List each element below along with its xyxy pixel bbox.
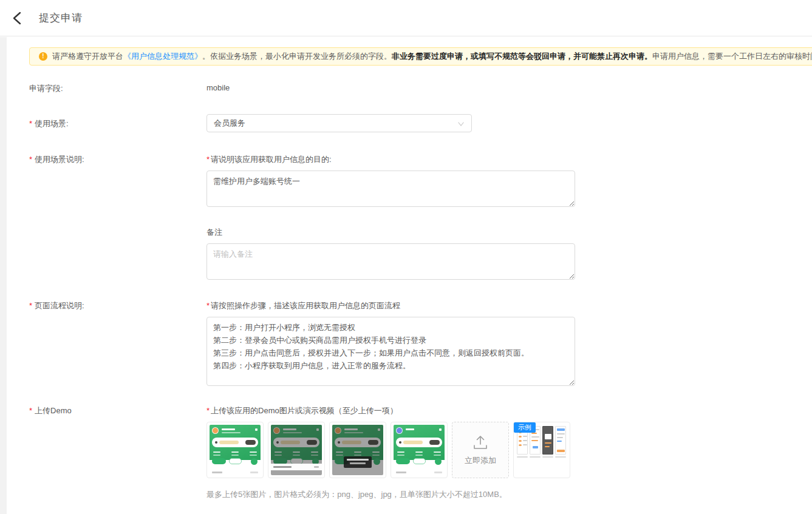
page-flow-textarea[interactable]: 第一步：用户打开小程序，浏览无需授权 第二步：登录会员中心或购买商品需用户授权手… [206,317,575,386]
page-header: 提交申请 [0,0,812,36]
mini-program-screenshot [271,425,322,475]
upload-demo-label: *上传Demo [29,405,206,500]
warning-alert: ! 请严格遵守开放平台 《用户信息处理规范》 。依据业务场景，最小化申请开发业务… [29,47,812,66]
upload-icon [471,434,490,451]
usage-scene-desc-row: *使用场景说明: *请说明该应用获取用户信息的目的: 需维护用户多端账号统一 备… [29,154,812,280]
page-flow-label-text: 页面流程说明: [35,301,84,310]
required-asterisk: * [29,155,32,164]
page-flow-row: *页面流程说明: *请按照操作步骤，描述该应用获取用户信息的页面流程 第一步：用… [29,300,812,386]
apply-field-value: mobile [206,83,230,94]
page-title: 提交申请 [39,11,83,25]
usage-scene-label: *使用场景: [29,114,206,132]
demo-upload-list: 立即添加 示例 [206,422,570,478]
notice-text-bold: 非业务需要过度申请，或填写不规范等会驳回申请，并可能禁止再次申请。 [392,51,652,62]
avatar [396,427,403,434]
required-asterisk: * [29,301,32,310]
chevron-left-icon [12,12,22,25]
notice-text-middle: 。依据业务场景，最小化申请开发业务所必须的字段。 [202,51,392,62]
mini-program-screenshot [210,425,261,475]
upload-hint: 最多上传5张图片，图片格式必须为：png、jpeg、jpg，且单张图片大小不超过… [206,489,570,500]
purpose-sub-label: *请说明该应用获取用户信息的目的: [206,154,575,165]
page-flow-sub-label: *请按照操作步骤，描述该应用获取用户信息的页面流程 [206,300,575,311]
required-asterisk: * [206,406,210,415]
notice-text-suffix: 申请用户信息，需要一个工作日左右的审核时间，请耐心等待。 [652,51,812,62]
remark-label: 备注 [206,227,575,238]
warning-icon: ! [39,52,47,61]
page-flow-label: *页面流程说明: [29,300,206,386]
apply-field-label: 申请字段: [29,83,206,94]
usage-scene-desc-label-text: 使用场景说明: [35,155,84,164]
demo-thumbnail-4[interactable] [391,422,448,478]
upload-demo-sub-label-text: 上传该应用的Demo图片或演示视频（至少上传一项） [211,406,398,415]
usage-scene-desc-label: *使用场景说明: [29,154,206,280]
demo-thumbnail-2[interactable] [268,422,325,478]
usage-scene-label-text: 使用场景: [35,119,69,128]
left-gutter [0,37,7,514]
upload-demo-label-text: 上传Demo [35,406,72,415]
toast-popup [344,456,372,468]
apply-field-row: 申请字段: mobile [29,83,812,94]
example-image-card[interactable]: 示例 [513,422,570,478]
avatar [212,427,219,434]
required-asterisk: * [29,119,32,128]
required-asterisk: * [29,406,32,415]
back-button[interactable] [10,11,24,25]
user-info-spec-link[interactable]: 《用户信息处理规范》 [123,51,202,62]
upload-demo-sub-label: *上传该应用的Demo图片或演示视频（至少上传一项） [206,405,570,416]
chevron-down-icon [457,120,465,127]
remark-textarea[interactable] [206,243,575,280]
usage-scene-selected-value: 会员服务 [214,118,245,127]
required-asterisk: * [206,155,210,164]
purpose-textarea[interactable]: 需维护用户多端账号统一 [206,171,575,207]
purpose-sub-label-text: 请说明该应用获取用户信息的目的: [211,155,332,164]
notice-text-prefix: 请严格遵守开放平台 [52,51,123,62]
usage-scene-row: *使用场景: 会员服务 [29,114,812,132]
usage-scene-select[interactable]: 会员服务 [206,114,472,132]
remark-group: 备注 [206,227,575,280]
demo-thumbnail-3[interactable] [329,422,386,478]
add-demo-label: 立即添加 [465,455,496,466]
example-badge: 示例 [514,422,536,433]
demo-thumbnail-1[interactable] [206,422,264,478]
required-asterisk: * [206,301,210,310]
mini-program-screenshot [332,425,383,475]
form-page: ! 请严格遵守开放平台 《用户信息处理规范》 。依据业务场景，最小化申请开发业务… [0,47,812,500]
mini-program-screenshot [394,425,445,475]
upload-demo-row: *上传Demo *上传该应用的Demo图片或演示视频（至少上传一项） [29,405,812,500]
page-flow-sub-label-text: 请按照操作步骤，描述该应用获取用户信息的页面流程 [211,301,400,310]
add-demo-button[interactable]: 立即添加 [452,422,509,478]
